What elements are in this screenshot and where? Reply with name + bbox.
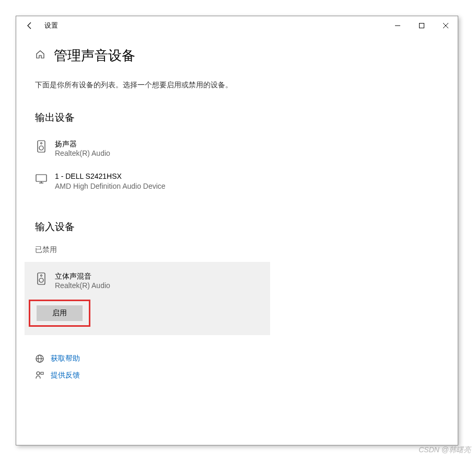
svg-point-11	[41, 274, 42, 276]
svg-point-5	[41, 143, 42, 144]
svg-point-16	[37, 372, 40, 375]
output-device-row[interactable]: 1 - DELL S2421HSX AMD High Definition Au…	[35, 168, 439, 193]
help-icon	[35, 354, 44, 363]
input-section-title: 输入设备	[35, 220, 439, 234]
device-sub: AMD High Definition Audio Device	[55, 181, 166, 191]
page-title: 管理声音设备	[54, 47, 135, 65]
device-text: 扬声器 Realtek(R) Audio	[55, 139, 110, 158]
disabled-label: 已禁用	[35, 245, 439, 255]
page-header: 管理声音设备	[35, 47, 439, 65]
device-sub: Realtek(R) Audio	[55, 148, 110, 158]
device-sub: Realtek(R) Audio	[55, 281, 110, 290]
home-icon[interactable]	[35, 49, 45, 62]
device-text: 1 - DELL S2421HSX AMD High Definition Au…	[55, 171, 166, 190]
svg-rect-17	[41, 372, 43, 374]
speaker-icon	[35, 140, 48, 153]
input-section: 输入设备 已禁用 立体声混音 Realtek(R) Audio 启用	[35, 220, 439, 335]
titlebar: 设置	[16, 16, 458, 35]
input-device-row[interactable]: 立体声混音 Realtek(R) Audio	[35, 268, 270, 293]
svg-point-6	[39, 146, 43, 150]
input-device-panel: 立体声混音 Realtek(R) Audio 启用	[25, 262, 270, 335]
maximize-button[interactable]	[410, 16, 434, 35]
output-section-title: 输出设备	[35, 111, 439, 124]
output-device-row[interactable]: 扬声器 Realtek(R) Audio	[35, 136, 439, 161]
close-button[interactable]	[434, 16, 458, 35]
svg-rect-7	[36, 175, 47, 181]
speaker-icon	[35, 272, 48, 285]
highlight-annotation: 启用	[29, 300, 90, 327]
window-controls	[386, 16, 458, 35]
feedback-link-label: 提供反馈	[51, 371, 80, 380]
watermark: CSDN @韩曙亮	[419, 445, 471, 455]
content-area: 管理声音设备 下面是你所有设备的列表。选择一个想要启用或禁用的设备。 输出设备 …	[16, 35, 458, 445]
svg-rect-1	[420, 24, 424, 28]
minimize-button[interactable]	[386, 16, 410, 35]
back-button[interactable]	[20, 16, 39, 35]
device-name: 立体声混音	[55, 271, 110, 281]
footer-links: 获取帮助 提供反馈	[35, 354, 439, 380]
svg-point-12	[39, 278, 43, 282]
feedback-link[interactable]: 提供反馈	[35, 371, 439, 380]
enable-button[interactable]: 启用	[37, 305, 83, 321]
monitor-icon	[35, 173, 48, 185]
get-help-link[interactable]: 获取帮助	[35, 354, 439, 363]
window-title: 设置	[44, 21, 58, 30]
device-name: 1 - DELL S2421HSX	[55, 171, 166, 181]
device-name: 扬声器	[55, 139, 110, 148]
device-text: 立体声混音 Realtek(R) Audio	[55, 271, 110, 290]
feedback-icon	[35, 371, 44, 380]
settings-window: 设置 管理声音设备 下面是你所有设备的列表。选择一个想要启用或禁用的设备。 输出…	[16, 16, 458, 445]
help-link-label: 获取帮助	[51, 354, 80, 363]
page-description: 下面是你所有设备的列表。选择一个想要启用或禁用的设备。	[35, 81, 439, 90]
